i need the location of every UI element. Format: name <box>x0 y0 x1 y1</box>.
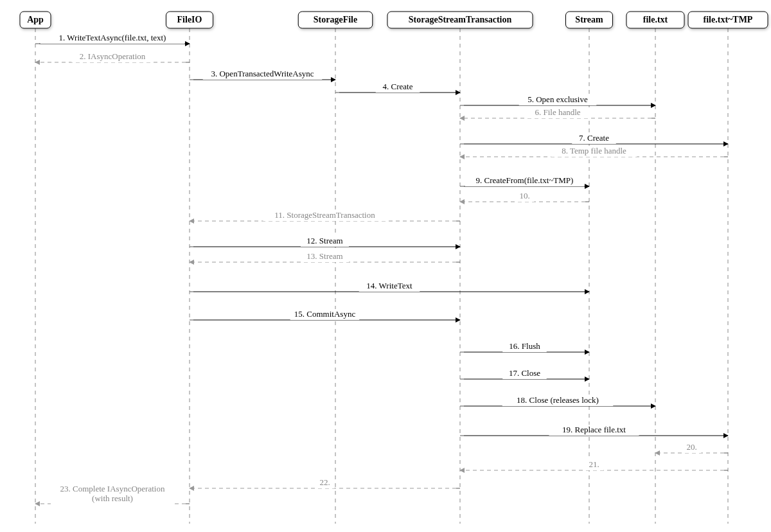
message-label-21: 21. <box>589 459 599 469</box>
message-label-17: 17. Close <box>509 368 540 378</box>
participant-label-Stream: Stream <box>575 15 603 24</box>
message-label-4: 4. Create <box>383 82 413 91</box>
message-label-8: 8. Temp file handle <box>562 146 626 155</box>
message-label-18: 18. Close (releases lock) <box>517 395 599 405</box>
message-label-22: 22. <box>319 477 330 487</box>
message-label-2: 2. IAsyncOperation <box>80 51 146 61</box>
message-label-1: 1. WriteTextAsync(file.txt, text) <box>59 33 166 42</box>
participant-label-App: App <box>27 15 44 24</box>
message-label-12: 12. Stream <box>306 236 342 245</box>
message-label-3: 3. OpenTransactedWriteAsync <box>211 69 314 78</box>
message-label-10: 10. <box>519 191 529 200</box>
message-label-7: 7. Create <box>579 133 609 143</box>
message-label-11: 11. StorageStreamTransaction <box>274 210 375 220</box>
participant-label-FileIO: FileIO <box>177 15 202 24</box>
participant-label-tmp: file.txt~TMP <box>704 15 753 24</box>
participant-label-StorageFile: StorageFile <box>314 15 357 24</box>
message-label-6: 6. File handle <box>535 107 580 117</box>
participant-label-SST: StorageStreamTransaction <box>409 15 512 24</box>
message-label-14: 14. WriteText <box>366 281 412 290</box>
message-label-20: 20. <box>686 442 696 452</box>
message-label-16: 16. Flush <box>509 341 540 351</box>
message-label-9: 9. CreateFrom(file.txt~TMP) <box>476 175 574 185</box>
message-label-13: 13. Stream <box>306 251 342 261</box>
sequence-diagram: AppFileIOStorageFileStorageStreamTransac… <box>0 0 771 532</box>
message-label-15: 15. CommitAsync <box>294 309 356 319</box>
participant-label-file: file.txt <box>643 15 668 24</box>
message-label-19: 19. Replace file.txt <box>562 425 626 434</box>
message-label-5: 5. Open exclusive <box>527 94 588 104</box>
